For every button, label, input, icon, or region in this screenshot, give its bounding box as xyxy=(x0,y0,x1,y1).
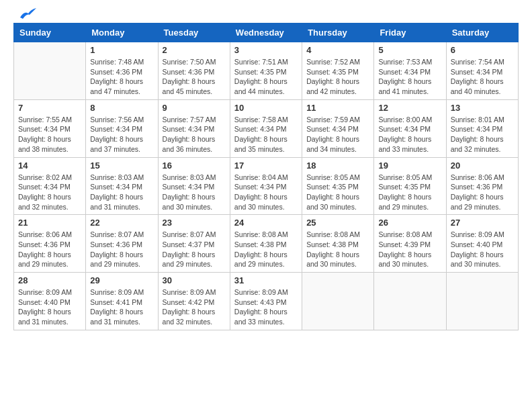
day-number: 25 xyxy=(306,218,369,228)
day-info: Sunrise: 8:09 AM Sunset: 4:40 PM Dayligh… xyxy=(451,230,514,269)
calendar-cell: 31Sunrise: 8:09 AM Sunset: 4:43 PM Dayli… xyxy=(230,273,302,330)
logo-bird-icon xyxy=(17,8,36,21)
day-number: 7 xyxy=(18,103,81,113)
calendar-cell: 24Sunrise: 8:08 AM Sunset: 4:38 PM Dayli… xyxy=(230,215,302,273)
calendar-cell xyxy=(14,42,86,100)
day-number: 9 xyxy=(163,103,226,113)
header-sunday: Sunday xyxy=(14,24,86,42)
day-number: 18 xyxy=(306,161,369,171)
day-number: 26 xyxy=(378,218,441,228)
calendar-cell: 2Sunrise: 7:50 AM Sunset: 4:36 PM Daylig… xyxy=(158,42,230,100)
header-monday: Monday xyxy=(86,24,158,42)
day-number: 1 xyxy=(90,45,153,55)
calendar-cell: 28Sunrise: 8:09 AM Sunset: 4:40 PM Dayli… xyxy=(14,273,86,330)
day-info: Sunrise: 7:56 AM Sunset: 4:34 PM Dayligh… xyxy=(90,115,153,154)
calendar-cell: 18Sunrise: 8:05 AM Sunset: 4:35 PM Dayli… xyxy=(302,157,374,215)
day-info: Sunrise: 7:48 AM Sunset: 4:36 PM Dayligh… xyxy=(90,57,153,97)
calendar-cell: 26Sunrise: 8:08 AM Sunset: 4:39 PM Dayli… xyxy=(374,215,446,273)
day-info: Sunrise: 8:08 AM Sunset: 4:38 PM Dayligh… xyxy=(306,230,369,269)
calendar-cell: 13Sunrise: 8:01 AM Sunset: 4:34 PM Dayli… xyxy=(446,99,518,157)
calendar-cell: 5Sunrise: 7:53 AM Sunset: 4:34 PM Daylig… xyxy=(374,42,446,100)
day-number: 12 xyxy=(378,103,441,113)
day-info: Sunrise: 8:09 AM Sunset: 4:43 PM Dayligh… xyxy=(234,287,298,327)
calendar-cell xyxy=(374,273,446,330)
day-number: 20 xyxy=(451,161,514,171)
calendar-week-2: 7Sunrise: 7:55 AM Sunset: 4:34 PM Daylig… xyxy=(14,99,519,157)
calendar-cell: 27Sunrise: 8:09 AM Sunset: 4:40 PM Dayli… xyxy=(446,215,518,273)
header-tuesday: Tuesday xyxy=(158,24,230,42)
calendar-cell: 4Sunrise: 7:52 AM Sunset: 4:35 PM Daylig… xyxy=(302,42,374,100)
header-thursday: Thursday xyxy=(302,24,374,42)
day-info: Sunrise: 8:08 AM Sunset: 4:38 PM Dayligh… xyxy=(234,230,298,269)
header-friday: Friday xyxy=(374,24,446,42)
day-info: Sunrise: 7:58 AM Sunset: 4:34 PM Dayligh… xyxy=(234,115,298,154)
day-info: Sunrise: 8:01 AM Sunset: 4:34 PM Dayligh… xyxy=(451,115,514,154)
day-info: Sunrise: 8:09 AM Sunset: 4:42 PM Dayligh… xyxy=(163,287,226,327)
day-info: Sunrise: 7:53 AM Sunset: 4:34 PM Dayligh… xyxy=(378,57,441,97)
calendar-cell: 23Sunrise: 8:07 AM Sunset: 4:37 PM Dayli… xyxy=(158,215,230,273)
day-info: Sunrise: 8:02 AM Sunset: 4:34 PM Dayligh… xyxy=(18,173,81,212)
day-number: 19 xyxy=(378,161,441,171)
calendar-cell: 8Sunrise: 7:56 AM Sunset: 4:34 PM Daylig… xyxy=(86,99,158,157)
calendar-cell: 3Sunrise: 7:51 AM Sunset: 4:35 PM Daylig… xyxy=(230,42,302,100)
calendar-cell: 15Sunrise: 8:03 AM Sunset: 4:34 PM Dayli… xyxy=(86,157,158,215)
day-number: 3 xyxy=(234,45,298,55)
day-number: 14 xyxy=(18,161,81,171)
calendar-cell: 21Sunrise: 8:06 AM Sunset: 4:36 PM Dayli… xyxy=(14,215,86,273)
calendar-week-1: 1Sunrise: 7:48 AM Sunset: 4:36 PM Daylig… xyxy=(14,42,519,100)
calendar-cell: 9Sunrise: 7:57 AM Sunset: 4:34 PM Daylig… xyxy=(158,99,230,157)
calendar-cell: 16Sunrise: 8:03 AM Sunset: 4:34 PM Dayli… xyxy=(158,157,230,215)
day-info: Sunrise: 8:08 AM Sunset: 4:39 PM Dayligh… xyxy=(378,230,441,269)
day-number: 21 xyxy=(18,218,81,228)
day-number: 5 xyxy=(378,45,441,55)
day-number: 8 xyxy=(90,103,153,113)
day-number: 30 xyxy=(163,275,226,285)
day-info: Sunrise: 8:00 AM Sunset: 4:34 PM Dayligh… xyxy=(378,115,441,154)
day-info: Sunrise: 8:09 AM Sunset: 4:40 PM Dayligh… xyxy=(18,287,81,327)
calendar-cell: 7Sunrise: 7:55 AM Sunset: 4:34 PM Daylig… xyxy=(14,99,86,157)
calendar-cell: 25Sunrise: 8:08 AM Sunset: 4:38 PM Dayli… xyxy=(302,215,374,273)
page-header xyxy=(13,13,519,16)
day-number: 24 xyxy=(234,218,298,228)
day-info: Sunrise: 8:06 AM Sunset: 4:36 PM Dayligh… xyxy=(451,173,514,212)
day-number: 29 xyxy=(90,275,153,285)
day-number: 16 xyxy=(163,161,226,171)
calendar-cell: 14Sunrise: 8:02 AM Sunset: 4:34 PM Dayli… xyxy=(14,157,86,215)
calendar-header-row: SundayMondayTuesdayWednesdayThursdayFrid… xyxy=(14,24,519,42)
calendar-cell: 20Sunrise: 8:06 AM Sunset: 4:36 PM Dayli… xyxy=(446,157,518,215)
calendar-cell: 29Sunrise: 8:09 AM Sunset: 4:41 PM Dayli… xyxy=(86,273,158,330)
day-number: 10 xyxy=(234,103,298,113)
day-info: Sunrise: 7:51 AM Sunset: 4:35 PM Dayligh… xyxy=(234,57,298,97)
day-number: 6 xyxy=(451,45,514,55)
day-number: 27 xyxy=(451,218,514,228)
calendar-cell: 6Sunrise: 7:54 AM Sunset: 4:34 PM Daylig… xyxy=(446,42,518,100)
calendar-cell: 10Sunrise: 7:58 AM Sunset: 4:34 PM Dayli… xyxy=(230,99,302,157)
day-number: 15 xyxy=(90,161,153,171)
calendar-cell xyxy=(446,273,518,330)
header-saturday: Saturday xyxy=(446,24,518,42)
day-number: 22 xyxy=(90,218,153,228)
calendar-cell: 22Sunrise: 8:07 AM Sunset: 4:36 PM Dayli… xyxy=(86,215,158,273)
calendar-week-5: 28Sunrise: 8:09 AM Sunset: 4:40 PM Dayli… xyxy=(14,273,519,330)
calendar-week-4: 21Sunrise: 8:06 AM Sunset: 4:36 PM Dayli… xyxy=(14,215,519,273)
day-number: 4 xyxy=(306,45,369,55)
day-number: 28 xyxy=(18,275,81,285)
day-number: 31 xyxy=(234,275,298,285)
day-number: 23 xyxy=(163,218,226,228)
day-info: Sunrise: 8:03 AM Sunset: 4:34 PM Dayligh… xyxy=(90,173,153,212)
day-number: 11 xyxy=(306,103,369,113)
day-info: Sunrise: 8:04 AM Sunset: 4:34 PM Dayligh… xyxy=(234,173,298,212)
calendar-cell: 12Sunrise: 8:00 AM Sunset: 4:34 PM Dayli… xyxy=(374,99,446,157)
day-info: Sunrise: 7:52 AM Sunset: 4:35 PM Dayligh… xyxy=(306,57,369,97)
day-info: Sunrise: 8:03 AM Sunset: 4:34 PM Dayligh… xyxy=(163,173,226,212)
calendar-table: SundayMondayTuesdayWednesdayThursdayFrid… xyxy=(13,23,519,330)
day-number: 17 xyxy=(234,161,298,171)
header-wednesday: Wednesday xyxy=(230,24,302,42)
calendar-cell: 30Sunrise: 8:09 AM Sunset: 4:42 PM Dayli… xyxy=(158,273,230,330)
calendar-cell: 1Sunrise: 7:48 AM Sunset: 4:36 PM Daylig… xyxy=(86,42,158,100)
logo xyxy=(13,13,36,16)
calendar-cell: 17Sunrise: 8:04 AM Sunset: 4:34 PM Dayli… xyxy=(230,157,302,215)
day-info: Sunrise: 8:09 AM Sunset: 4:41 PM Dayligh… xyxy=(90,287,153,327)
calendar-cell: 19Sunrise: 8:05 AM Sunset: 4:35 PM Dayli… xyxy=(374,157,446,215)
day-info: Sunrise: 8:06 AM Sunset: 4:36 PM Dayligh… xyxy=(18,230,81,269)
